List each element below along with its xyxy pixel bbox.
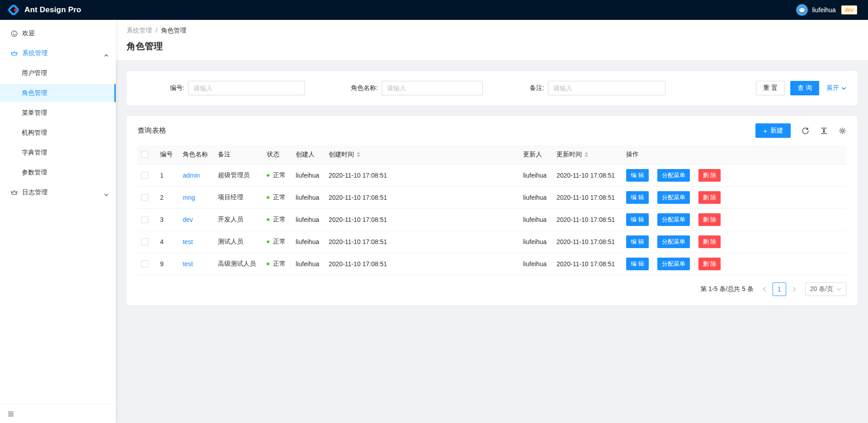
reload-icon[interactable] [802,127,809,135]
divider [653,216,653,223]
next-page-icon[interactable] [788,282,801,296]
status-dot-icon [267,196,269,199]
sidebar-item-label: 字典管理 [22,149,47,157]
role-name-input[interactable] [382,81,483,95]
role-name-link[interactable]: test [183,238,193,245]
query-button[interactable]: 查 询 [790,81,819,95]
col-header-updater: 更新人 [519,145,553,164]
status-badge: 正常 [267,193,288,202]
delete-button[interactable]: 删 除 [698,169,721,182]
cell-updater: liufeihua [519,164,553,186]
role-name-link[interactable]: admin [183,172,200,179]
main-content: 系统管理/角色管理 角色管理 编号: 角色名称: 备注: [116,20,868,423]
sidebar-item-log-management[interactable]: 日志管理 [0,183,116,202]
col-header-create-time[interactable]: 创建时间 [325,145,519,164]
logo-area[interactable]: Ant Design Pro [7,4,81,16]
cell-id: 3 [156,208,179,230]
row-checkbox[interactable] [141,194,148,201]
table-toolbar: 查询表格 + 新建 [127,116,857,145]
smile-icon [11,30,18,37]
cell-create-time: 2020-11-10 17:08:51 [325,164,519,186]
edit-button[interactable]: 编 辑 [626,213,649,226]
row-checkbox[interactable] [141,172,148,179]
id-input[interactable] [188,81,305,95]
header-user-area[interactable]: liufeihua dev [796,4,857,16]
cell-creator: liufeihua [292,230,325,253]
reset-button[interactable]: 重 置 [756,81,785,95]
cell-update-time: 2020-11-10 17:08:51 [553,230,623,253]
row-checkbox[interactable] [141,260,148,268]
breadcrumb-parent[interactable]: 系统管理 [127,27,152,34]
assign-menu-button[interactable]: 分配菜单 [657,169,690,182]
divider [694,194,694,201]
edit-button[interactable]: 编 辑 [626,191,649,204]
cell-updater: liufeihua [519,186,553,208]
edit-button[interactable]: 编 辑 [626,169,649,182]
search-actions: 重 置 查 询 展开 [756,81,846,95]
cell-id: 4 [156,230,179,253]
assign-menu-button[interactable]: 分配菜单 [657,213,690,226]
expand-link[interactable]: 展开 [826,84,846,92]
assign-menu-button[interactable]: 分配菜单 [657,191,690,204]
sidebar-item-role-management[interactable]: 角色管理 [0,84,116,102]
col-header-operations: 操作 [623,145,846,164]
row-checkbox[interactable] [141,238,148,245]
status-badge: 正常 [267,238,288,246]
assign-menu-button[interactable]: 分配菜单 [657,235,690,248]
sort-carets-icon[interactable] [357,152,360,157]
divider [694,239,694,245]
role-name-link[interactable]: dev [183,216,193,223]
delete-button[interactable]: 删 除 [698,191,721,204]
edit-button[interactable]: 编 辑 [626,258,649,270]
sidebar-item-org-management[interactable]: 机构管理 [0,124,116,142]
settings-gear-icon[interactable] [839,127,846,135]
user-avatar[interactable] [796,4,808,16]
menu-fold-icon[interactable] [7,410,14,418]
cell-creator: liufeihua [292,186,325,208]
select-all-checkbox[interactable] [141,151,148,158]
field-role-name: 角色名称: [351,81,483,95]
sidebar-item-param-management[interactable]: 参数管理 [0,164,116,182]
sort-carets-icon[interactable] [585,152,588,157]
chevron-up-icon [104,52,108,59]
assign-menu-button[interactable]: 分配菜单 [657,258,690,270]
remark-input[interactable] [548,81,665,95]
sidebar-item-user-management[interactable]: 用户管理 [0,64,116,82]
page-size-select[interactable]: 20 条/页 [805,282,846,296]
cell-remark: 超级管理员 [214,164,263,186]
col-header-label: 更新时间 [557,150,582,158]
edit-button[interactable]: 编 辑 [626,235,649,248]
table-row: 1 admin 超级管理员 正常 liufeihua 2020-11-10 17… [137,164,846,186]
delete-button[interactable]: 删 除 [698,258,721,270]
status-label: 正常 [273,260,286,268]
sidebar: 欢迎 系统管理 用户管理 角色管理 菜单管理 机构管理 字典管理 参数管理 [0,20,116,423]
chevron-down-icon [837,287,841,291]
row-checkbox[interactable] [141,216,148,223]
status-label: 正常 [273,216,286,224]
prev-page-icon[interactable] [758,282,771,296]
delete-button[interactable]: 删 除 [698,213,721,226]
sidebar-item-menu-management[interactable]: 菜单管理 [0,104,116,122]
page-number-1[interactable]: 1 [773,282,786,296]
divider [694,172,694,179]
col-header-update-time[interactable]: 更新时间 [553,145,623,164]
delete-button[interactable]: 删 除 [698,235,721,248]
column-height-icon[interactable] [820,127,828,135]
sidebar-item-dict-management[interactable]: 字典管理 [0,144,116,162]
status-dot-icon [267,174,269,177]
sidebar-item-welcome[interactable]: 欢迎 [0,24,116,42]
col-header-id: 编号 [156,145,179,164]
pagination-total: 第 1-5 条/总共 5 条 [700,285,753,293]
new-button[interactable]: + 新建 [755,123,791,138]
role-name-link[interactable]: test [183,260,193,268]
cell-remark: 测试人员 [214,230,263,253]
role-name-link[interactable]: mng [183,194,195,201]
app-title: Ant Design Pro [24,5,81,14]
sidebar-item-system-management[interactable]: 系统管理 [0,44,116,62]
breadcrumb-current: 角色管理 [161,27,186,34]
status-label: 正常 [273,171,286,179]
table-row: 4 test 测试人员 正常 liufeihua 2020-11-10 17:0… [137,230,846,253]
table-title: 查询表格 [137,126,166,136]
cell-create-time: 2020-11-10 17:08:51 [325,208,519,230]
username-label[interactable]: liufeihua [812,6,835,14]
